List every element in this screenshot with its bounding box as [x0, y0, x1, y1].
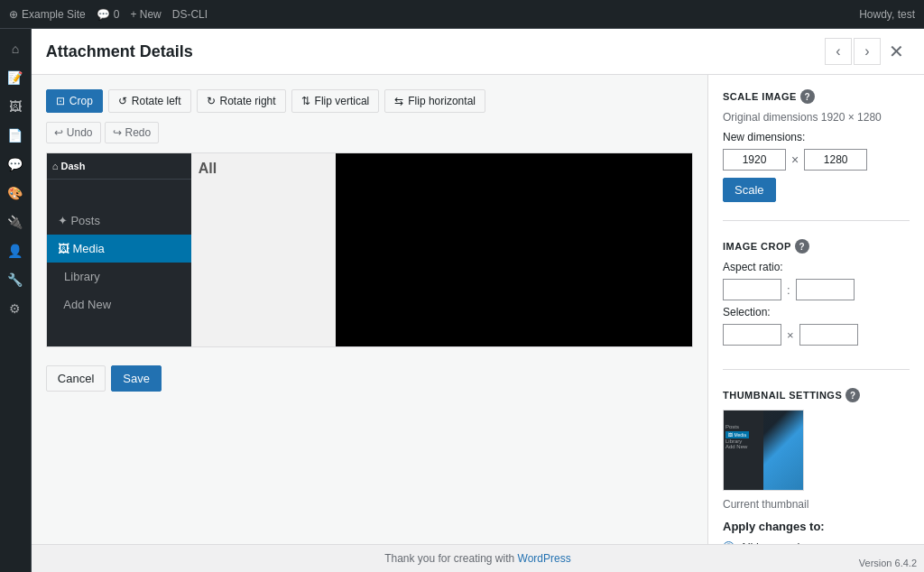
- preview-dashboard: ⌂ Dash: [47, 153, 206, 180]
- modal-body: ⊡ Crop ↺ Rotate left ↻ Rotate right ⇅ Fl…: [32, 75, 924, 544]
- wp-admin-sidebar: ⌂ 📝 🖼 📄 💬 🎨 🔌 👤 🔧 ⚙: [0, 29, 32, 572]
- rotate-right-icon: ↻: [207, 95, 216, 107]
- flip-horizontal-button[interactable]: ⇆ Flip horizontal: [384, 89, 485, 113]
- new-dimensions-label: New dimensions:: [723, 131, 910, 143]
- height-input[interactable]: [804, 149, 867, 171]
- wp-logo-icon: ⊕: [9, 8, 18, 21]
- crop-icon: ⊡: [56, 95, 65, 107]
- admin-bar-site[interactable]: ⊕ Example Site: [9, 8, 86, 21]
- flip-vertical-icon: ⇅: [301, 95, 310, 107]
- version-text: Version 6.4.2: [859, 558, 917, 568]
- flip-horizontal-icon: ⇆: [394, 95, 403, 107]
- comments-icon: 💬: [97, 8, 110, 21]
- scale-button[interactable]: Scale: [723, 178, 776, 202]
- selection-separator: ×: [787, 328, 794, 342]
- rotate-left-button[interactable]: ↺ Rotate left: [108, 89, 191, 113]
- sidebar-icon-comments[interactable]: 💬: [3, 152, 28, 177]
- width-input[interactable]: [723, 149, 786, 171]
- save-button[interactable]: Save: [111, 365, 162, 392]
- sidebar-icon-tools[interactable]: 🔧: [3, 267, 28, 292]
- preview-posts: ✦ Posts: [47, 207, 206, 235]
- image-crop-title: IMAGE CROP ?: [723, 239, 910, 254]
- sidebar-icon-settings[interactable]: ⚙: [3, 296, 28, 321]
- image-preview-container: ⌂ Dash ✦ Posts 🖼 Media Library Add New A…: [46, 152, 693, 347]
- thumbnail-settings-title: THUMBNAIL SETTINGS ?: [723, 388, 910, 402]
- sidebar-icon-users[interactable]: 👤: [3, 238, 28, 263]
- preview-content: All: [191, 153, 336, 346]
- scale-image-section: SCALE IMAGE ? Original dimensions 1920 ×…: [723, 89, 910, 221]
- sidebar-icon-appearance[interactable]: 🎨: [3, 180, 28, 206]
- selection-row: ×: [723, 324, 910, 346]
- dimensions-row: ×: [723, 149, 910, 171]
- aspect-ratio-label: Aspect ratio:: [723, 261, 910, 273]
- sidebar-icon-dashboard[interactable]: ⌂: [3, 36, 28, 61]
- modal-title: Attachment Details: [46, 42, 193, 61]
- original-dimensions-text: Original dimensions 1920 × 1280: [723, 111, 910, 124]
- aspect-ratio-row: :: [723, 279, 910, 300]
- scale-image-title: SCALE IMAGE ?: [723, 89, 910, 104]
- admin-bar-new[interactable]: + New: [130, 8, 161, 21]
- thumbnail-settings-section: THUMBNAIL SETTINGS ? Posts 🖼 Media Libra…: [723, 388, 910, 544]
- footer-text: Thank you for creating with: [384, 552, 517, 565]
- sidebar-icon-plugins[interactable]: 🔌: [3, 209, 28, 235]
- modal-next-button[interactable]: ›: [854, 38, 881, 65]
- apply-changes-label: Apply changes to:: [723, 520, 910, 533]
- admin-bar-howdy: Howdy, test: [859, 8, 915, 21]
- rotate-right-button[interactable]: ↻ Rotate right: [197, 89, 286, 113]
- scale-help-icon[interactable]: ?: [800, 89, 815, 104]
- aspect-height-input[interactable]: [796, 279, 855, 300]
- crop-button[interactable]: ⊡ Crop: [46, 89, 103, 113]
- aspect-separator: :: [787, 283, 790, 297]
- modal-footer: Thank you for creating with WordPress Ve…: [32, 544, 924, 572]
- admin-bar-comments[interactable]: 💬 0: [97, 8, 120, 21]
- aspect-width-input[interactable]: [723, 279, 781, 300]
- modal-prev-button[interactable]: ‹: [825, 38, 852, 65]
- right-panel: SCALE IMAGE ? Original dimensions 1920 ×…: [707, 75, 924, 544]
- redo-icon: ↪: [113, 126, 122, 139]
- cancel-button[interactable]: Cancel: [46, 365, 106, 392]
- action-buttons: Cancel Save: [46, 365, 693, 392]
- flip-vertical-button[interactable]: ⇅ Flip vertical: [291, 89, 380, 113]
- sidebar-icon-pages[interactable]: 📄: [3, 123, 28, 148]
- dim-separator: ×: [791, 152, 799, 167]
- footer-wordpress-link[interactable]: WordPress: [518, 552, 571, 565]
- thumb-posts: Posts: [725, 424, 749, 429]
- sidebar-icon-media[interactable]: 🖼: [3, 94, 28, 119]
- image-crop-section: IMAGE CROP ? Aspect ratio: : Selection: …: [723, 239, 910, 370]
- preview-sidebar: ⌂ Dash ✦ Posts 🖼 Media Library Add New: [47, 153, 206, 346]
- redo-button[interactable]: ↪ Redo: [105, 122, 160, 143]
- image-editor-area: ⊡ Crop ↺ Rotate left ↻ Rotate right ⇅ Fl…: [32, 75, 707, 544]
- undo-redo-bar: ↩ Undo ↪ Redo: [46, 122, 693, 143]
- thumb-add-new: Add New: [725, 444, 749, 449]
- attachment-details-modal: Attachment Details ‹ › ✕ ⊡ Crop ↺: [32, 29, 924, 572]
- admin-bar-cli[interactable]: DS-CLI: [172, 8, 208, 21]
- modal-close-button[interactable]: ✕: [882, 38, 910, 65]
- preview-media: 🖼 Media: [47, 235, 206, 263]
- modal-header: Attachment Details ‹ › ✕: [32, 29, 924, 75]
- preview-add-new: Add New: [47, 291, 206, 318]
- undo-button[interactable]: ↩ Undo: [46, 122, 101, 143]
- thumb-dark-area: Posts 🖼 Media Library Add New: [724, 411, 763, 490]
- image-toolbar: ⊡ Crop ↺ Rotate left ↻ Rotate right ⇅ Fl…: [46, 89, 693, 113]
- thumb-menu-text: Posts 🖼 Media Library Add New: [725, 424, 749, 449]
- undo-icon: ↩: [54, 126, 63, 139]
- preview-dash-text: All: [191, 153, 336, 184]
- selection-label: Selection:: [723, 306, 910, 318]
- thumb-media: 🖼 Media: [725, 431, 749, 438]
- thumbnail-preview: Posts 🖼 Media Library Add New: [723, 410, 804, 491]
- admin-bar: ⊕ Example Site 💬 0 + New DS-CLI Howdy, t…: [0, 0, 924, 29]
- modal-nav-buttons: ‹ › ✕: [825, 38, 910, 65]
- image-canvas[interactable]: ⌂ Dash ✦ Posts 🖼 Media Library Add New A…: [47, 153, 336, 346]
- preview-library: Library: [47, 263, 206, 291]
- current-thumbnail-text: Current thumbnail: [723, 498, 910, 511]
- rotate-left-icon: ↺: [118, 95, 127, 107]
- sidebar-icon-posts[interactable]: 📝: [3, 65, 28, 90]
- crop-help-icon[interactable]: ?: [795, 239, 809, 254]
- thumbnail-help-icon[interactable]: ?: [845, 388, 860, 402]
- main-layout: ⌂ 📝 🖼 📄 💬 🎨 🔌 👤 🔧 ⚙ Attachment Details ‹…: [0, 29, 924, 572]
- selection-width-input[interactable]: [723, 324, 781, 346]
- selection-height-input[interactable]: [799, 324, 858, 346]
